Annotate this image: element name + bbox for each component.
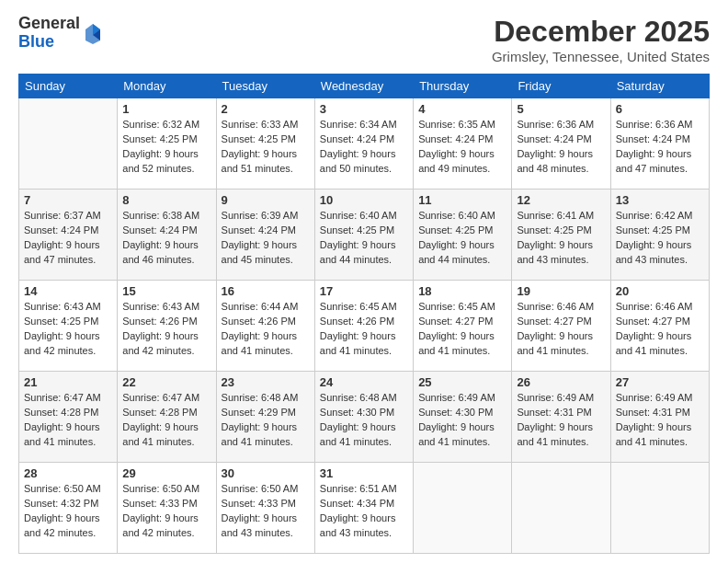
calendar: SundayMondayTuesdayWednesdayThursdayFrid… [18,74,710,554]
header-monday: Monday [118,75,216,98]
day-info: Sunrise: 6:49 AMSunset: 4:31 PMDaylight:… [517,391,605,450]
page: General Blue December 2025 Grimsley, Ten… [0,0,728,563]
day-cell: 1Sunrise: 6:32 AMSunset: 4:25 PMDaylight… [118,98,216,190]
day-cell: 11Sunrise: 6:40 AMSunset: 4:25 PMDayligh… [414,190,512,281]
day-cell: 24Sunrise: 6:48 AMSunset: 4:30 PMDayligh… [314,372,413,463]
day-info: Sunrise: 6:47 AMSunset: 4:28 PMDaylight:… [122,391,210,450]
day-cell: 23Sunrise: 6:48 AMSunset: 4:29 PMDayligh… [216,372,314,463]
day-cell: 15Sunrise: 6:43 AMSunset: 4:26 PMDayligh… [118,281,216,372]
day-info: Sunrise: 6:39 AMSunset: 4:24 PMDaylight:… [222,209,310,268]
day-cell: 20Sunrise: 6:46 AMSunset: 4:27 PMDayligh… [610,281,709,372]
day-cell: 31Sunrise: 6:51 AMSunset: 4:34 PMDayligh… [314,463,413,554]
header-tuesday: Tuesday [216,75,314,98]
week-row-3: 14Sunrise: 6:43 AMSunset: 4:25 PMDayligh… [19,281,710,372]
day-cell: 16Sunrise: 6:44 AMSunset: 4:26 PMDayligh… [216,281,314,372]
day-info: Sunrise: 6:36 AMSunset: 4:24 PMDaylight:… [616,118,704,177]
day-info: Sunrise: 6:37 AMSunset: 4:24 PMDaylight:… [24,209,112,268]
day-info: Sunrise: 6:38 AMSunset: 4:24 PMDaylight:… [122,209,210,268]
logo-general: General [18,15,80,33]
header-wednesday: Wednesday [314,75,413,98]
day-cell: 12Sunrise: 6:41 AMSunset: 4:25 PMDayligh… [512,190,610,281]
day-number: 20 [616,284,704,298]
day-info: Sunrise: 6:50 AMSunset: 4:33 PMDaylight:… [222,482,310,541]
day-number: 26 [517,375,605,389]
month-title: December 2025 [492,15,710,49]
day-cell [512,463,610,554]
day-number: 30 [222,466,310,480]
day-info: Sunrise: 6:49 AMSunset: 4:31 PMDaylight:… [616,391,704,450]
day-cell: 4Sunrise: 6:35 AMSunset: 4:24 PMDaylight… [414,98,512,190]
day-number: 10 [320,193,408,207]
day-cell: 2Sunrise: 6:33 AMSunset: 4:25 PMDaylight… [216,98,314,190]
day-cell: 19Sunrise: 6:46 AMSunset: 4:27 PMDayligh… [512,281,610,372]
day-number: 6 [616,102,704,116]
header-row: SundayMondayTuesdayWednesdayThursdayFrid… [19,75,710,98]
day-number: 28 [24,466,112,480]
day-info: Sunrise: 6:47 AMSunset: 4:28 PMDaylight:… [24,391,112,450]
day-info: Sunrise: 6:36 AMSunset: 4:24 PMDaylight:… [517,118,605,177]
day-number: 13 [616,193,704,207]
day-number: 8 [122,193,210,207]
day-number: 15 [122,284,210,298]
day-cell: 14Sunrise: 6:43 AMSunset: 4:25 PMDayligh… [19,281,118,372]
day-number: 14 [24,284,112,298]
header-thursday: Thursday [414,75,512,98]
day-info: Sunrise: 6:51 AMSunset: 4:34 PMDaylight:… [320,482,408,541]
day-cell: 18Sunrise: 6:45 AMSunset: 4:27 PMDayligh… [414,281,512,372]
day-number: 9 [222,193,310,207]
day-info: Sunrise: 6:41 AMSunset: 4:25 PMDaylight:… [517,209,605,268]
day-info: Sunrise: 6:46 AMSunset: 4:27 PMDaylight:… [517,300,605,359]
day-number: 27 [616,375,704,389]
day-cell: 28Sunrise: 6:50 AMSunset: 4:32 PMDayligh… [19,463,118,554]
day-number: 2 [222,102,310,116]
day-info: Sunrise: 6:48 AMSunset: 4:30 PMDaylight:… [320,391,408,450]
day-number: 25 [418,375,506,389]
day-info: Sunrise: 6:50 AMSunset: 4:32 PMDaylight:… [24,482,112,541]
day-info: Sunrise: 6:42 AMSunset: 4:25 PMDaylight:… [616,209,704,268]
day-cell: 25Sunrise: 6:49 AMSunset: 4:30 PMDayligh… [414,372,512,463]
day-info: Sunrise: 6:34 AMSunset: 4:24 PMDaylight:… [320,118,408,177]
day-cell [19,98,118,190]
day-info: Sunrise: 6:48 AMSunset: 4:29 PMDaylight:… [222,391,310,450]
day-number: 31 [320,466,408,480]
week-row-4: 21Sunrise: 6:47 AMSunset: 4:28 PMDayligh… [19,372,710,463]
day-info: Sunrise: 6:45 AMSunset: 4:26 PMDaylight:… [320,300,408,359]
day-info: Sunrise: 6:43 AMSunset: 4:26 PMDaylight:… [122,300,210,359]
title-block: December 2025 Grimsley, Tennessee, Unite… [492,15,710,64]
day-cell: 8Sunrise: 6:38 AMSunset: 4:24 PMDaylight… [118,190,216,281]
header-sunday: Sunday [19,75,118,98]
day-cell [414,463,512,554]
day-number: 29 [122,466,210,480]
day-cell: 17Sunrise: 6:45 AMSunset: 4:26 PMDayligh… [314,281,413,372]
day-cell: 9Sunrise: 6:39 AMSunset: 4:24 PMDaylight… [216,190,314,281]
header: General Blue December 2025 Grimsley, Ten… [18,15,710,64]
logo-blue: Blue [18,33,80,52]
day-info: Sunrise: 6:45 AMSunset: 4:27 PMDaylight:… [418,300,506,359]
day-cell: 21Sunrise: 6:47 AMSunset: 4:28 PMDayligh… [19,372,118,463]
logo-text: General Blue [18,15,80,52]
logo: General Blue [18,15,102,52]
day-info: Sunrise: 6:44 AMSunset: 4:26 PMDaylight:… [222,300,310,359]
day-number: 19 [517,284,605,298]
day-number: 1 [122,102,210,116]
week-row-1: 1Sunrise: 6:32 AMSunset: 4:25 PMDaylight… [19,98,710,190]
location: Grimsley, Tennessee, United States [492,49,710,64]
day-number: 21 [24,375,112,389]
day-number: 5 [517,102,605,116]
day-info: Sunrise: 6:33 AMSunset: 4:25 PMDaylight:… [222,118,310,177]
day-cell: 10Sunrise: 6:40 AMSunset: 4:25 PMDayligh… [314,190,413,281]
day-cell: 6Sunrise: 6:36 AMSunset: 4:24 PMDaylight… [610,98,709,190]
day-number: 16 [222,284,310,298]
day-info: Sunrise: 6:35 AMSunset: 4:24 PMDaylight:… [418,118,506,177]
header-friday: Friday [512,75,610,98]
day-number: 12 [517,193,605,207]
day-number: 22 [122,375,210,389]
day-number: 18 [418,284,506,298]
day-number: 24 [320,375,408,389]
day-number: 3 [320,102,408,116]
day-cell: 27Sunrise: 6:49 AMSunset: 4:31 PMDayligh… [610,372,709,463]
week-row-2: 7Sunrise: 6:37 AMSunset: 4:24 PMDaylight… [19,190,710,281]
day-cell: 22Sunrise: 6:47 AMSunset: 4:28 PMDayligh… [118,372,216,463]
day-cell [610,463,709,554]
day-number: 4 [418,102,506,116]
